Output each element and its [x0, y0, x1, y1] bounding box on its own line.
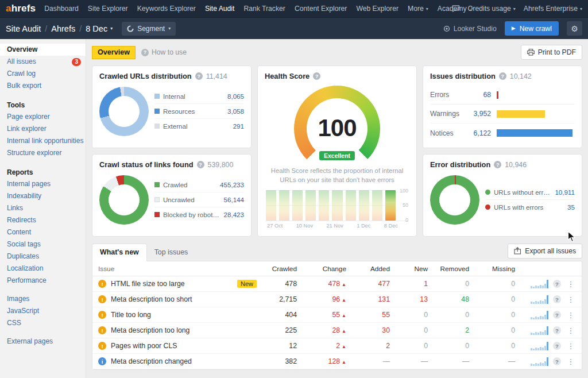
sidebar-item-css[interactable]: CSS [0, 317, 86, 329]
looker-studio-link[interactable]: Looker Studio [443, 25, 497, 33]
breadcrumb-site-audit[interactable]: Site Audit [6, 24, 41, 33]
col-header-change[interactable]: Change [297, 265, 346, 273]
sidebar-item-images[interactable]: Images [0, 293, 86, 305]
sidebar-item-structure-explorer[interactable]: Structure explorer [0, 147, 86, 159]
sidebar-item-bulk-export[interactable]: Bulk export [0, 80, 86, 92]
issue-link[interactable]: Meta description too long [111, 326, 189, 334]
sidebar-item-links[interactable]: Links [0, 202, 86, 214]
nav-web-explorer[interactable]: Web Explorer [356, 5, 399, 13]
sidebar-item-crawl-log[interactable]: Crawl log [0, 68, 86, 80]
tab-whats-new[interactable]: What's new [92, 244, 147, 261]
help-icon[interactable]: ? [313, 72, 320, 80]
legend-value[interactable]: 56,144 [224, 196, 244, 203]
legend-item: URLs without errors10,911 [485, 185, 575, 200]
print-to-pdf-button[interactable]: Print to PDF [521, 45, 582, 60]
tab-top-issues[interactable]: Top issues [147, 244, 196, 261]
sidebar-item-social-tags[interactable]: Social tags [0, 238, 86, 250]
how-to-use-label: How to use [152, 48, 187, 56]
col-header-added[interactable]: Added [346, 265, 390, 273]
legend-label: URLs with errors [494, 203, 564, 211]
legend-value[interactable]: 455,233 [220, 181, 244, 188]
issue-link[interactable]: Meta description changed [111, 357, 192, 365]
segment-button[interactable]: Segment ▾ [122, 22, 176, 36]
help-icon[interactable]: ? [494, 161, 501, 168]
help-icon[interactable]: ? [553, 357, 561, 365]
new-crawl-button[interactable]: ▶ New crawl [505, 21, 559, 36]
error-distribution-legend: URLs without errors10,911 URLs with erro… [485, 185, 575, 214]
nav-rank-tracker[interactable]: Rank Tracker [243, 5, 285, 13]
sidebar-item-redirects[interactable]: Redirects [0, 214, 86, 226]
crawl-status-donut-chart [99, 175, 149, 225]
feedback-chat-icon[interactable] [452, 5, 460, 12]
enterprise-menu[interactable]: Ahrefs Enterprise▾ [524, 5, 582, 13]
nav-content-explorer[interactable]: Content Explorer [295, 5, 347, 13]
col-header-crawled[interactable]: Crawled [260, 265, 297, 273]
sidebar-item-all-issues[interactable]: All issues3 [0, 56, 86, 68]
export-all-issues-button[interactable]: Export all issues [508, 244, 582, 259]
internal-swatch [154, 94, 160, 99]
row-menu-button[interactable]: ⋮ [566, 280, 576, 288]
help-icon[interactable]: ? [553, 311, 561, 319]
help-icon[interactable]: ? [499, 72, 506, 80]
issue-link[interactable]: Pages with poor CLS [111, 342, 177, 350]
breadcrumb-project[interactable]: Ahrefs [51, 24, 75, 33]
row-menu-button[interactable]: ⋮ [566, 311, 576, 319]
col-header-missing[interactable]: Missing [469, 265, 515, 273]
row-menu-button[interactable]: ⋮ [566, 295, 576, 304]
nav-site-audit[interactable]: Site Audit [205, 5, 235, 13]
how-to-use-link[interactable]: ? How to use [141, 48, 187, 56]
play-icon: ▶ [512, 26, 516, 31]
row-menu-button[interactable]: ⋮ [566, 357, 576, 366]
row-menu-button[interactable]: ⋮ [566, 326, 576, 335]
col-header-removed[interactable]: Removed [428, 265, 469, 273]
legend-value[interactable]: 28,423 [224, 211, 244, 218]
trend-up-icon: ▲ [342, 360, 346, 365]
sidebar-item-javascript[interactable]: JavaScript [0, 305, 86, 317]
sidebar-item-internal-pages[interactable]: Internal pages [0, 178, 86, 190]
sidebar-item-localization[interactable]: Localization [0, 263, 86, 275]
nav-keywords-explorer[interactable]: Keywords Explorer [137, 5, 196, 13]
legend-value[interactable]: 10,911 [555, 188, 575, 196]
nav-more-menu[interactable]: More▾ [408, 5, 428, 13]
sidebar-item-link-explorer[interactable]: Link explorer [0, 123, 86, 135]
legend-value[interactable]: 35 [567, 203, 575, 211]
legend-value[interactable]: 3,058 [227, 107, 244, 115]
legend-value[interactable]: 291 [233, 122, 244, 130]
help-icon[interactable]: ? [553, 295, 561, 303]
tab-overview[interactable]: Overview [92, 46, 136, 59]
dist-value[interactable]: 68 [467, 91, 491, 99]
dist-value[interactable]: 3,952 [467, 110, 491, 118]
col-header-new[interactable]: New [390, 265, 428, 273]
sidebar-item-content[interactable]: Content [0, 226, 86, 238]
nav-site-explorer[interactable]: Site Explorer [88, 5, 128, 13]
credits-usage-menu[interactable]: Credits usage▾ [468, 5, 516, 13]
row-menu-button[interactable]: ⋮ [566, 342, 576, 350]
crawled-value: 225 [260, 326, 297, 334]
sidebar-item-external-pages[interactable]: External pages [0, 335, 86, 348]
settings-button[interactable]: ⚙ [567, 21, 582, 36]
help-icon[interactable]: ? [197, 161, 204, 168]
ahrefs-logo[interactable]: ahrefs [6, 0, 36, 17]
issue-link[interactable]: HTML file size too large [111, 280, 185, 288]
help-icon[interactable]: ? [553, 342, 561, 350]
health-score-gauge: 100 Excellent [290, 86, 384, 164]
crawl-date-dropdown[interactable]: 8 Dec▾ [86, 24, 113, 33]
help-icon[interactable]: ? [553, 326, 561, 334]
help-icon[interactable]: ? [553, 280, 561, 288]
sidebar-item-page-explorer[interactable]: Page explorer [0, 111, 86, 123]
dist-value[interactable]: 6,122 [467, 129, 491, 137]
sidebar-item-duplicates[interactable]: Duplicates [0, 250, 86, 263]
col-header-issue[interactable]: Issue [98, 265, 260, 273]
issue-row: ! Title too long 404 55▲ 55 0 0 0 ? ⋮ [92, 307, 582, 323]
help-icon[interactable]: ? [195, 72, 203, 80]
issue-link[interactable]: Title too long [111, 311, 151, 319]
external-link-icon: ↗ [469, 6, 474, 12]
sidebar-item-internal-link-opportunities[interactable]: Internal link opportunities [0, 135, 86, 147]
issue-link[interactable]: Meta description too short [111, 295, 192, 303]
nav-dashboard[interactable]: Dashboard [44, 5, 79, 13]
sidebar-item-overview[interactable]: Overview [0, 44, 86, 56]
legend-value[interactable]: 8,065 [227, 92, 244, 100]
sidebar: Overview All issues3 Crawl log Bulk expo… [0, 39, 86, 378]
sidebar-item-performance[interactable]: Performance [0, 275, 86, 287]
sidebar-item-indexability[interactable]: Indexability [0, 190, 86, 202]
